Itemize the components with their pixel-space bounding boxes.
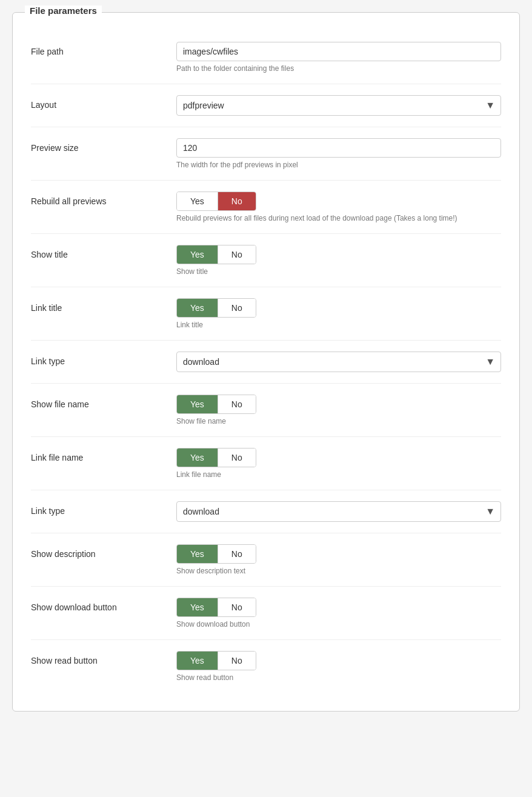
show-description-label: Show description xyxy=(31,544,176,559)
link-file-name-no-btn[interactable]: No xyxy=(218,449,256,467)
show-title-toggle: Yes No xyxy=(176,245,256,264)
link-title-label: Link title xyxy=(31,298,176,313)
show-title-label: Show title xyxy=(31,245,176,259)
link-type-2-select[interactable]: download view open xyxy=(176,501,501,522)
preview-size-hint: The width for the pdf previews in pixel xyxy=(176,161,501,169)
rebuild-previews-hint: Rebuild previews for all files during ne… xyxy=(176,214,501,222)
file-path-hint: Path to the folder containing the files xyxy=(176,64,501,73)
preview-size-label: Preview size xyxy=(31,138,176,153)
link-file-name-label: Link file name xyxy=(31,448,176,462)
file-path-control: Path to the folder containing the files xyxy=(176,42,501,73)
layout-row: Layout pdfpreview list grid ▼ xyxy=(31,84,501,127)
link-type-2-select-wrapper: download view open ▼ xyxy=(176,501,501,522)
preview-size-row: Preview size The width for the pdf previ… xyxy=(31,127,501,181)
link-type-1-select-wrapper: download view open ▼ xyxy=(176,352,501,372)
show-file-name-hint: Show file name xyxy=(176,417,501,425)
link-file-name-toggle: Yes No xyxy=(176,448,256,467)
show-description-toggle: Yes No xyxy=(176,544,256,564)
show-download-button-label: Show download button xyxy=(31,598,176,612)
show-download-button-row: Show download button Yes No Show downloa… xyxy=(31,587,501,640)
show-read-button-hint: Show read button xyxy=(176,673,501,682)
show-file-name-toggle: Yes No xyxy=(176,395,256,414)
file-path-label: File path xyxy=(31,42,176,56)
link-type-1-label: Link type xyxy=(31,352,176,366)
section-title: File parameters xyxy=(25,5,102,16)
preview-size-control: The width for the pdf previews in pixel xyxy=(176,138,501,169)
link-title-yes-btn[interactable]: Yes xyxy=(177,299,218,317)
show-title-control: Yes No Show title xyxy=(176,245,501,276)
show-download-button-yes-btn[interactable]: Yes xyxy=(177,598,218,616)
show-description-hint: Show description text xyxy=(176,567,501,575)
rebuild-previews-control: Yes No Rebuild previews for all files du… xyxy=(176,192,501,222)
show-description-row: Show description Yes No Show description… xyxy=(31,533,501,587)
link-type-1-row: Link type download view open ▼ xyxy=(31,341,501,384)
link-file-name-row: Link file name Yes No Link file name xyxy=(31,437,501,490)
show-read-button-yes-btn[interactable]: Yes xyxy=(177,652,218,670)
show-file-name-yes-btn[interactable]: Yes xyxy=(177,395,218,413)
link-file-name-hint: Link file name xyxy=(176,470,501,479)
show-read-button-toggle: Yes No xyxy=(176,651,256,670)
show-title-no-btn[interactable]: No xyxy=(218,245,256,264)
file-parameters-section: File parameters File path Path to the fo… xyxy=(12,12,520,712)
link-type-2-control: download view open ▼ xyxy=(176,501,501,522)
show-download-button-control: Yes No Show download button xyxy=(176,598,501,629)
file-path-input[interactable] xyxy=(176,42,501,61)
link-title-row: Link title Yes No Link title xyxy=(31,287,501,341)
link-file-name-control: Yes No Link file name xyxy=(176,448,501,479)
link-type-1-select[interactable]: download view open xyxy=(176,352,501,372)
file-path-row: File path Path to the folder containing … xyxy=(31,31,501,84)
rebuild-previews-yes-btn[interactable]: Yes xyxy=(177,192,218,210)
show-read-button-row: Show read button Yes No Show read button xyxy=(31,640,501,693)
show-read-button-control: Yes No Show read button xyxy=(176,651,501,682)
link-title-control: Yes No Link title xyxy=(176,298,501,329)
show-read-button-no-btn[interactable]: No xyxy=(218,652,256,670)
link-type-2-label: Link type xyxy=(31,501,176,516)
show-download-button-toggle: Yes No xyxy=(176,598,256,617)
show-description-control: Yes No Show description text xyxy=(176,544,501,575)
show-title-hint: Show title xyxy=(176,267,501,276)
rebuild-previews-label: Rebuild all previews xyxy=(31,192,176,206)
show-file-name-no-btn[interactable]: No xyxy=(218,395,256,413)
rebuild-previews-row: Rebuild all previews Yes No Rebuild prev… xyxy=(31,181,501,234)
link-type-2-row: Link type download view open ▼ xyxy=(31,490,501,533)
show-file-name-row: Show file name Yes No Show file name xyxy=(31,384,501,437)
rebuild-previews-toggle: Yes No xyxy=(176,192,256,211)
rebuild-previews-no-btn[interactable]: No xyxy=(218,192,256,210)
show-read-button-label: Show read button xyxy=(31,651,176,665)
show-download-button-no-btn[interactable]: No xyxy=(218,598,256,616)
preview-size-input[interactable] xyxy=(176,138,501,158)
layout-select[interactable]: pdfpreview list grid xyxy=(176,95,501,116)
show-description-no-btn[interactable]: No xyxy=(218,545,256,563)
show-title-yes-btn[interactable]: Yes xyxy=(177,245,218,264)
link-type-1-control: download view open ▼ xyxy=(176,352,501,372)
layout-select-wrapper: pdfpreview list grid ▼ xyxy=(176,95,501,116)
link-file-name-yes-btn[interactable]: Yes xyxy=(177,449,218,467)
show-file-name-control: Yes No Show file name xyxy=(176,395,501,425)
link-title-no-btn[interactable]: No xyxy=(218,299,256,317)
show-download-button-hint: Show download button xyxy=(176,620,501,629)
layout-control: pdfpreview list grid ▼ xyxy=(176,95,501,116)
show-file-name-label: Show file name xyxy=(31,395,176,409)
link-title-toggle: Yes No xyxy=(176,298,256,318)
link-title-hint: Link title xyxy=(176,321,501,329)
show-description-yes-btn[interactable]: Yes xyxy=(177,545,218,563)
layout-label: Layout xyxy=(31,95,176,110)
show-title-row: Show title Yes No Show title xyxy=(31,234,501,287)
